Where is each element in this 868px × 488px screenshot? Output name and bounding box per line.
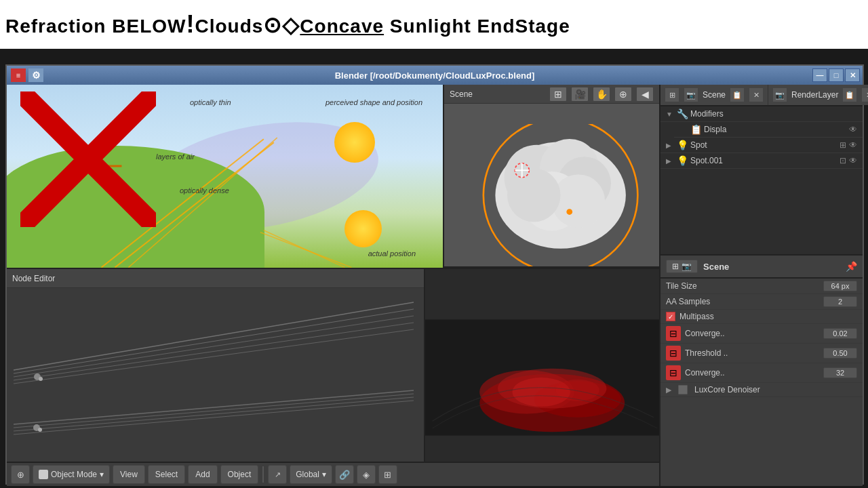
global-dropdown-arrow: ▾: [322, 470, 326, 479]
add-icon-btn[interactable]: ⊕: [614, 87, 632, 102]
title-text: Refraction BELOW!Clouds⊙◇Concave Sunligh…: [5, 9, 570, 39]
scene-prop-dropdown-icon2: 📷: [682, 262, 692, 271]
tree-item-modifiers[interactable]: ▼ 🔧 Modifiers: [660, 106, 863, 122]
renderlayer-icon-btn[interactable]: 📷: [772, 87, 787, 102]
eye-icon-spot001[interactable]: 👁: [849, 156, 857, 165]
global-label: Global: [296, 470, 319, 479]
blender-settings-icon[interactable]: ⚙: [28, 68, 43, 82]
bottom-toolbar: ⊕ Object Mode ▾ View Select Add Object ↗…: [7, 462, 659, 486]
blender-window: ≡ ⚙ Blender [/root/Dokumenty/CloudLuxPro…: [5, 64, 864, 485]
tile-size-value[interactable]: 64 px: [823, 281, 857, 291]
tree-item-spot[interactable]: ▶ 💡 Spot ⊞ 👁: [660, 138, 863, 153]
render-preview-svg: [425, 269, 659, 486]
sun-upper: [334, 122, 375, 163]
aa-samples-row: AA Samples 2: [660, 294, 863, 310]
tree-label-spot: Spot: [690, 140, 837, 150]
main-area: optically thin perceived shape and posit…: [7, 85, 863, 486]
luxcore-arrow: ▶: [666, 386, 671, 394]
convergence-value2[interactable]: 32: [823, 367, 857, 378]
node-editor-label: Node Editor: [12, 274, 55, 283]
scene-render-btn[interactable]: 📷: [684, 87, 698, 102]
label-optically-thin: optically thin: [190, 98, 231, 106]
node-editor[interactable]: Node Editor: [7, 268, 425, 486]
renderlayer-copy-btn[interactable]: 📋: [842, 87, 857, 102]
convergence-icon1: ⊟: [666, 326, 681, 341]
mode-icon: [39, 470, 48, 479]
scene-prop-label: Scene: [703, 262, 729, 272]
label-optically-dense: optically dense: [180, 186, 229, 195]
svg-line-2: [128, 138, 277, 267]
renderlayer-label: RenderLayer: [791, 90, 838, 100]
blender-titlebar: ≡ ⚙ Blender [/root/Dokumenty/CloudLuxPro…: [7, 66, 863, 85]
blender-menu-icon[interactable]: ≡: [11, 68, 26, 82]
multipass-row: ✓ Multipass: [660, 310, 863, 324]
hand-icon-btn[interactable]: ✋: [593, 87, 610, 102]
cloud-viewport-header: Scene ⊞ 🎥 ✋ ⊕ ◀: [444, 85, 659, 104]
refraction-panel: optically thin perceived shape and posit…: [7, 85, 444, 268]
viewport-area: optically thin perceived shape and posit…: [7, 85, 659, 486]
object-button[interactable]: Object: [220, 465, 259, 484]
object-mode-dropdown[interactable]: Object Mode ▾: [33, 465, 110, 484]
close-button[interactable]: ✕: [845, 68, 860, 82]
view-button[interactable]: View: [113, 465, 145, 484]
threshold-value[interactable]: 0.50: [823, 348, 857, 359]
scene-copy-btn[interactable]: 📋: [730, 87, 745, 102]
tree-label-modifiers: Modifiers: [690, 109, 857, 119]
camera-icon-btn[interactable]: ⊞: [549, 87, 567, 102]
tree-icon-displa: 📋: [690, 124, 701, 135]
scene-label: Scene: [450, 89, 473, 99]
scene-close-btn[interactable]: ✕: [749, 87, 764, 102]
aa-samples-value[interactable]: 2: [823, 296, 857, 307]
blender-title: Blender [/root/Dokumenty/CloudLuxProc.bl…: [335, 70, 535, 81]
luxcore-checkbox[interactable]: [678, 385, 688, 394]
luxcore-label: LuxCore Denoiser: [694, 385, 857, 394]
cloud-mesh-area: [444, 104, 659, 266]
maximize-button[interactable]: □: [829, 68, 844, 82]
convergence-label1: Converge..: [685, 329, 819, 338]
spot-sub-icon: ⊞: [840, 140, 846, 150]
svg-point-16: [507, 169, 561, 222]
scene-prop-dropdown[interactable]: ⊞ 📷: [666, 260, 698, 273]
svg-point-32: [39, 377, 43, 381]
spot001-sub-icon: ⊡: [840, 156, 846, 165]
checkbox-check: ✓: [668, 313, 673, 321]
convergence-row1: ⊟ Converge.. 0.02: [660, 324, 863, 344]
multipass-checkbox[interactable]: ✓: [666, 312, 675, 321]
label-perceived: perceived shape and position: [326, 98, 422, 106]
minimize-button[interactable]: —: [812, 68, 827, 82]
transform-icon-btn[interactable]: ⊕: [11, 465, 30, 484]
tree-item-spot001[interactable]: ▶ 💡 Spot.001 ⊡ 👁: [660, 153, 863, 169]
tile-size-label: Tile Size: [666, 281, 819, 291]
eye-icon-displa[interactable]: 👁: [849, 125, 857, 134]
mode-dropdown-arrow: ▾: [100, 470, 104, 479]
video-icon-btn[interactable]: 🎥: [571, 87, 589, 102]
eye-icon-spot[interactable]: 👁: [849, 140, 857, 150]
bottom-viewports: Node Editor: [7, 268, 659, 486]
tree-item-displa[interactable]: 📋 Displa 👁: [674, 122, 863, 138]
orientation-icon[interactable]: ↗: [268, 465, 287, 484]
threshold-label: Threshold ..: [685, 348, 819, 358]
snap-icon-btn[interactable]: 🔗: [335, 465, 354, 484]
global-dropdown[interactable]: Global ▾: [290, 465, 332, 484]
node-lines-svg: [7, 288, 424, 486]
tree-icon-modifiers: 🔧: [677, 108, 688, 119]
convergence-value1[interactable]: 0.02: [823, 328, 857, 339]
renderlayer-close-btn[interactable]: ✕: [861, 87, 868, 102]
cloud-viewport[interactable]: Scene ⊞ 🎥 ✋ ⊕ ◀: [444, 85, 659, 266]
add-button[interactable]: Add: [188, 465, 217, 484]
select-button[interactable]: Select: [148, 465, 185, 484]
pin-icon[interactable]: 📌: [846, 261, 857, 272]
mirror-icon-btn[interactable]: ◈: [357, 465, 376, 484]
right-panel-header: ⊞ 📷 Scene 📋 ✕ 📷 RenderLayer 📋 ✕: [660, 85, 863, 106]
scene-prop-header: ⊞ 📷 Scene 📌: [660, 256, 863, 279]
tree-label-displa: Displa: [704, 125, 846, 134]
svg-marker-3: [80, 158, 95, 174]
view-mode-btn[interactable]: ⊞: [378, 465, 397, 484]
label-actual: actual position: [368, 249, 416, 258]
right-panel: ⊞ 📷 Scene 📋 ✕ 📷 RenderLayer 📋 ✕ ▼: [659, 85, 863, 486]
scene-layout-btn[interactable]: ⊞: [665, 87, 679, 102]
multipass-label: Multipass: [679, 312, 857, 321]
top-viewports: optically thin perceived shape and posit…: [7, 85, 659, 268]
collapse-icon-btn[interactable]: ◀: [636, 87, 654, 102]
convergence-row2: ⊟ Converge.. 32: [660, 363, 863, 383]
